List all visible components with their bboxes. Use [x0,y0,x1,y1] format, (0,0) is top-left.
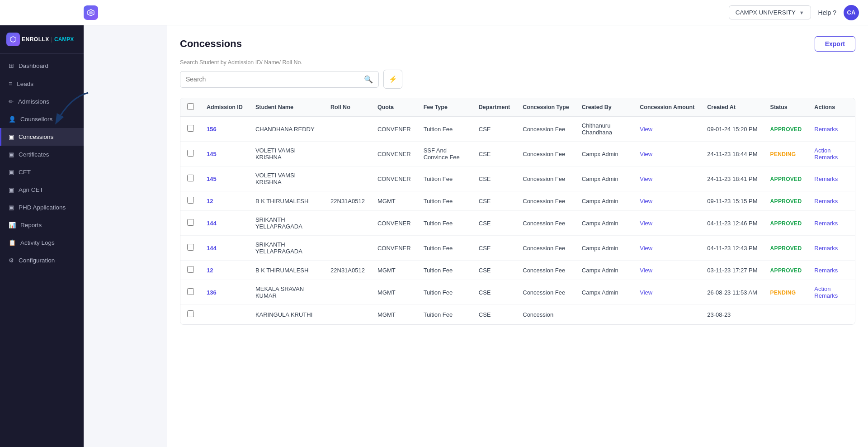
sidebar-item-counsellors[interactable]: 👤 Counsellors [0,110,84,128]
export-button[interactable]: Export [815,36,855,52]
view-amount-link[interactable]: View [640,220,652,227]
row-fee-type: Tuition Fee [417,236,472,261]
remarks-link[interactable]: Remarks [814,220,838,227]
view-amount-link[interactable]: View [640,198,652,204]
sidebar-logo: ENROLLX | CAMPX [0,25,84,54]
row-checkbox[interactable] [187,219,194,226]
sidebar-item-label: Reports [20,222,42,228]
select-all-checkbox[interactable] [187,103,194,110]
row-checkbox-cell [180,236,200,261]
search-icon[interactable]: 🔍 [364,75,373,84]
filter-icon: ⚡ [389,75,397,83]
view-amount-link[interactable]: View [640,176,652,182]
phd-icon: ▣ [9,204,14,211]
row-roll-no [324,211,371,236]
search-input[interactable] [186,76,360,83]
admission-id-link[interactable]: 144 [207,245,217,252]
remarks-link[interactable]: Remarks [814,126,838,133]
row-status: APPROVED [764,117,808,142]
admission-id-link[interactable]: 145 [207,176,217,182]
row-created-by: Chithanuru Chandhana [576,117,633,142]
admission-id-link[interactable]: 156 [207,126,217,133]
row-actions: Action Remarks [808,280,855,305]
col-concession-type: Concession Type [516,98,576,117]
search-box: 🔍 [180,71,379,88]
row-created-by: Campx Admin [576,280,633,305]
sidebar-item-agri-cet[interactable]: ▣ Agri CET [0,181,84,199]
col-checkbox [180,98,200,117]
status-badge: APPROVED [770,126,802,133]
row-checkbox[interactable] [187,125,194,132]
col-created-by: Created By [576,98,633,117]
row-checkbox[interactable] [187,175,194,181]
row-admission-id: 156 [200,117,249,142]
sidebar-item-admissions[interactable]: ✏ Admissions [0,93,84,110]
row-created-at: 04-11-23 12:46 PM [701,211,764,236]
sidebar-item-leads[interactable]: ≡ Leads [0,75,84,93]
remarks-link[interactable]: Remarks [814,176,838,182]
page-title: Concessions [180,38,242,50]
table-row: 144 SRIKANTH YELLAPRAGADA CONVENER Tuiti… [180,236,855,261]
action-link[interactable]: Action [814,285,830,292]
row-fee-type: Tuition Fee [417,191,472,211]
view-amount-link[interactable]: View [640,245,652,252]
view-amount-link[interactable]: View [640,267,652,274]
row-actions: Remarks [808,236,855,261]
sidebar-item-reports[interactable]: 📊 Reports [0,216,84,234]
view-amount-link[interactable]: View [640,126,652,133]
view-amount-link[interactable]: View [640,151,652,157]
remarks-link[interactable]: Remarks [814,267,838,274]
row-admission-id: 144 [200,211,249,236]
row-checkbox[interactable] [187,266,194,273]
university-selector[interactable]: CAMPX UNIVERSITY ▼ [729,5,811,19]
view-amount-link[interactable]: View [640,289,652,296]
sidebar-item-dashboard[interactable]: ⊞ Dashboard [0,57,84,75]
remarks-link[interactable]: Remarks [814,154,838,161]
status-badge: APPROVED [770,267,802,274]
row-created-at: 23-08-23 [701,305,764,324]
remarks-link[interactable]: Remarks [814,245,838,252]
admission-id-link[interactable]: 12 [207,267,213,274]
action-link[interactable]: Action [814,147,830,154]
sidebar-item-concessions[interactable]: ▣ Concessions [0,128,84,146]
row-quota: MGMT [371,191,417,211]
row-fee-type: Tuition Fee [417,305,472,324]
sidebar-item-label: Concessions [19,133,53,140]
row-concession-type: Concession Fee [516,236,576,261]
row-fee-type: Tuition Fee [417,261,472,280]
help-label[interactable]: Help ? [818,9,836,16]
sidebar-nav: ⊞ Dashboard ≡ Leads ✏ Admissions 👤 Couns… [0,54,84,447]
row-checkbox[interactable] [187,244,194,251]
row-checkbox[interactable] [187,288,194,295]
row-created-at: 09-01-24 15:20 PM [701,117,764,142]
row-status: APPROVED [764,166,808,191]
sidebar-item-cet[interactable]: ▣ CET [0,163,84,181]
row-checkbox-cell [180,191,200,211]
row-checkbox[interactable] [187,150,194,157]
table-row: 145 VOLETI VAMSI KRISHNA CONVENER SSF An… [180,142,855,166]
sidebar-item-label: Agri CET [19,186,43,193]
admission-id-link[interactable]: 136 [207,289,217,296]
table-row: KARINGULA KRUTHI MGMT Tuition Fee CSE Co… [180,305,855,324]
admission-id-link[interactable]: 12 [207,198,213,204]
admission-id-link[interactable]: 145 [207,151,217,157]
filter-button[interactable]: ⚡ [383,70,402,89]
remarks-link[interactable]: Remarks [814,198,838,204]
user-avatar[interactable]: CA [844,5,859,20]
row-status: PENDING [764,280,808,305]
status-badge: APPROVED [770,176,802,182]
col-created-at: Created At [701,98,764,117]
row-concession-amount: View [633,142,701,166]
row-checkbox[interactable] [187,310,194,317]
row-actions: Remarks [808,191,855,211]
sidebar-item-configuration[interactable]: ⚙ Configuration [0,252,84,269]
row-admission-id: 136 [200,280,249,305]
row-created-by: Campx Admin [576,191,633,211]
sidebar-item-phd-applications[interactable]: ▣ PHD Applications [0,199,84,216]
admission-id-link[interactable]: 144 [207,220,217,227]
row-concession-amount [633,305,701,324]
sidebar-item-activity-logs[interactable]: 📋 Activity Logs [0,234,84,252]
sidebar-item-certificates[interactable]: ▣ Certificates [0,146,84,163]
row-checkbox[interactable] [187,197,194,204]
remarks-link[interactable]: Remarks [814,292,838,299]
